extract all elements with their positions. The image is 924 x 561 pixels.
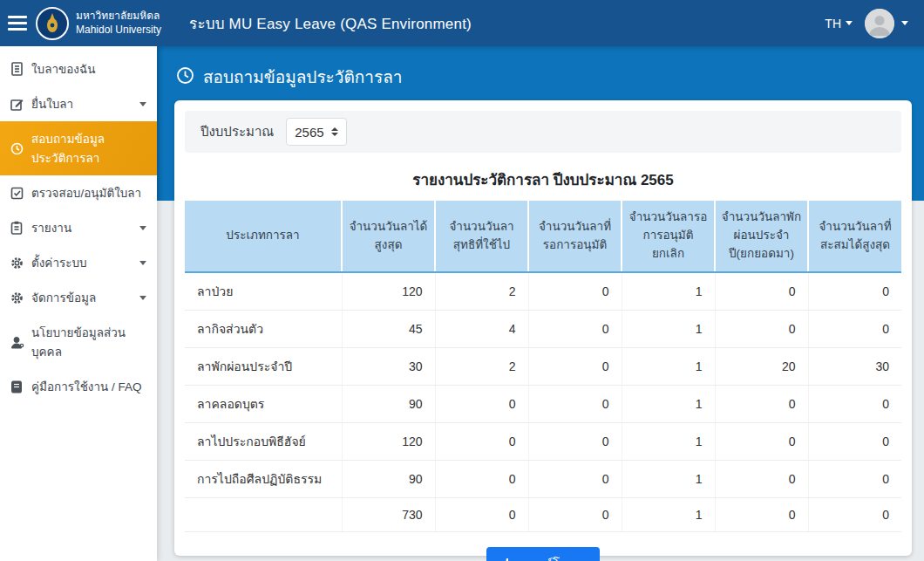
brand-name-thai: มหาวิทยาลัยมหิดล xyxy=(76,10,161,24)
fiscal-year-label: ปีงบประมาณ xyxy=(200,121,274,142)
sidebar-item-leave-history[interactable]: สอบถามข้อมูลประวัติการลา xyxy=(0,121,157,175)
university-logo: มหาวิทยาลัยมหิดล Mahidol University xyxy=(36,7,161,40)
value-cell: 1 xyxy=(622,386,715,423)
app-title: ระบบ MU Easy Leave (QAS Environment) xyxy=(189,11,472,35)
sidebar-item-data-management[interactable]: จัดการข้อมูล xyxy=(0,280,157,315)
value-cell: 0 xyxy=(715,311,808,348)
value-cell: 0 xyxy=(808,461,901,498)
value-cell: 730 xyxy=(342,498,435,532)
chevron-down-icon xyxy=(139,261,146,265)
value-cell: 0 xyxy=(808,386,901,423)
value-cell: 0 xyxy=(435,423,528,461)
table-row: การไปถือศีลปฏิบัติธรรม 90 0 0 1 0 0 xyxy=(185,461,901,498)
value-cell: 0 xyxy=(435,498,528,532)
column-header: จำนวนวันลาที่สะสมได้สูงสุด xyxy=(808,201,901,272)
table-row-total: 730 0 0 1 0 0 xyxy=(185,498,901,532)
value-cell: 1 xyxy=(622,423,715,461)
download-button[interactable]: ดาวน์โหลด xyxy=(486,547,600,561)
value-cell: 0 xyxy=(528,272,622,311)
value-cell: 20 xyxy=(715,348,808,386)
leave-type-cell: ลากิจส่วนตัว xyxy=(185,311,342,348)
language-label: TH xyxy=(825,17,841,31)
clock-icon xyxy=(10,141,24,155)
value-cell: 0 xyxy=(528,461,622,498)
sidebar-item-label: ยื่นใบลา xyxy=(31,94,73,113)
value-cell: 1 xyxy=(622,348,715,386)
value-cell: 0 xyxy=(808,311,901,348)
main-content: สอบถามข้อมูลประวัติการลา ปีงบประมาณ 2565… xyxy=(157,46,924,561)
column-header: จำนวนวันลาพักผ่อนประจำปี(ยกยอดมา) xyxy=(715,201,808,272)
value-cell: 120 xyxy=(342,272,435,311)
sidebar-item-privacy-policy[interactable]: นโยบายข้อมูลส่วนบุคคล xyxy=(0,315,157,369)
value-cell: 0 xyxy=(715,461,808,498)
value-cell: 1 xyxy=(622,498,715,532)
sidebar-item-label: ใบลาของฉัน xyxy=(31,59,95,79)
sidebar-item-my-leave[interactable]: ใบลาของฉัน xyxy=(0,51,157,86)
sidebar-item-label: คู่มือการใช้งาน / FAQ xyxy=(31,377,141,396)
sidebar-item-reports[interactable]: รายงาน xyxy=(0,210,157,245)
report-card: ปีงบประมาณ 2565 รายงานประวัติการลา ปีงบป… xyxy=(174,100,912,556)
sidebar-item-label: นโยบายข้อมูลส่วนบุคคล xyxy=(31,323,146,361)
page-title: สอบถามข้อมูลประวัติการลา xyxy=(203,64,403,90)
top-navbar: มหาวิทยาลัยมหิดล Mahidol University ระบบ… xyxy=(0,0,924,46)
sidebar-item-user-manual-faq[interactable]: คู่มือการใช้งาน / FAQ xyxy=(0,369,157,404)
check-square-icon xyxy=(10,186,24,200)
table-header-row: ประเภทการลา จำนวนวันลาได้สูงสุด จำนวนวัน… xyxy=(185,201,901,272)
person-icon xyxy=(10,335,24,349)
value-cell: 0 xyxy=(528,423,622,461)
column-header: จำนวนวันลาที่รอการอนุมัติ xyxy=(528,201,622,272)
value-cell: 90 xyxy=(342,386,435,423)
sidebar-item-system-settings[interactable]: ตั้งค่าระบบ xyxy=(0,245,157,280)
chevron-down-icon xyxy=(139,296,146,300)
sidebar: ใบลาของฉัน ยื่นใบลา สอบถามข้อมูลประวัติก… xyxy=(0,46,157,561)
sidebar-item-approve-leave[interactable]: ตรวจสอบ/อนุมัติใบลา xyxy=(0,175,157,210)
value-cell: 0 xyxy=(528,386,622,423)
sidebar-item-label: จัดการข้อมูล xyxy=(31,288,96,307)
value-cell: 0 xyxy=(528,311,622,348)
value-cell: 0 xyxy=(528,498,622,532)
sidebar-item-label: รายงาน xyxy=(31,218,71,237)
value-cell: 0 xyxy=(715,498,808,532)
value-cell: 0 xyxy=(528,348,622,386)
table-row: ลาป่วย 120 2 0 1 0 0 xyxy=(185,272,901,311)
report-title: รายงานประวัติการลา ปีงบประมาณ 2565 xyxy=(185,168,901,191)
value-cell: 1 xyxy=(622,311,715,348)
value-cell: 1 xyxy=(622,272,715,311)
value-cell: 0 xyxy=(715,423,808,461)
value-cell: 0 xyxy=(435,386,528,423)
sidebar-item-label: สอบถามข้อมูลประวัติการลา xyxy=(31,129,146,168)
value-cell: 0 xyxy=(435,461,528,498)
filter-bar: ปีงบประมาณ 2565 xyxy=(185,111,901,153)
value-cell: 1 xyxy=(622,461,715,498)
leave-type-cell: การไปถือศีลปฏิบัติธรรม xyxy=(185,461,342,498)
language-dropdown[interactable]: TH xyxy=(825,17,853,31)
brand-name-english: Mahidol University xyxy=(76,24,161,38)
value-cell: 0 xyxy=(808,498,901,532)
download-icon xyxy=(501,558,513,561)
leave-type-cell: ลาไปประกอบพิธีฮัจย์ xyxy=(185,423,342,461)
user-menu-dropdown[interactable] xyxy=(865,9,908,38)
value-cell: 0 xyxy=(715,272,808,311)
table-row: ลาคลอดบุตร 90 0 0 1 0 0 xyxy=(185,386,901,423)
value-cell: 2 xyxy=(435,348,528,386)
leave-type-cell: ลาพักผ่อนประจำปี xyxy=(185,348,342,386)
select-arrows-icon xyxy=(331,127,338,136)
table-row: ลาไปประกอบพิธีฮัจย์ 120 0 0 1 0 0 xyxy=(185,423,901,461)
leave-type-cell: ลาคลอดบุตร xyxy=(185,386,342,423)
hamburger-menu-icon[interactable] xyxy=(8,12,27,34)
mahidol-emblem-icon xyxy=(36,7,69,40)
value-cell: 45 xyxy=(342,311,435,348)
sidebar-item-submit-leave[interactable]: ยื่นใบลา xyxy=(0,86,157,121)
clipboard-icon xyxy=(10,221,24,235)
download-label: ดาวน์โหลด xyxy=(520,554,585,561)
column-header: ประเภทการลา xyxy=(185,201,342,272)
sidebar-item-label: ตั้งค่าระบบ xyxy=(31,253,87,272)
value-cell: 90 xyxy=(342,461,435,498)
edit-icon xyxy=(10,97,24,111)
chevron-down-icon xyxy=(901,21,908,25)
fiscal-year-select[interactable]: 2565 xyxy=(286,118,346,146)
value-cell: 0 xyxy=(715,386,808,423)
leave-type-cell: ลาป่วย xyxy=(185,272,342,311)
value-cell: 120 xyxy=(342,423,435,461)
value-cell: 4 xyxy=(435,311,528,348)
